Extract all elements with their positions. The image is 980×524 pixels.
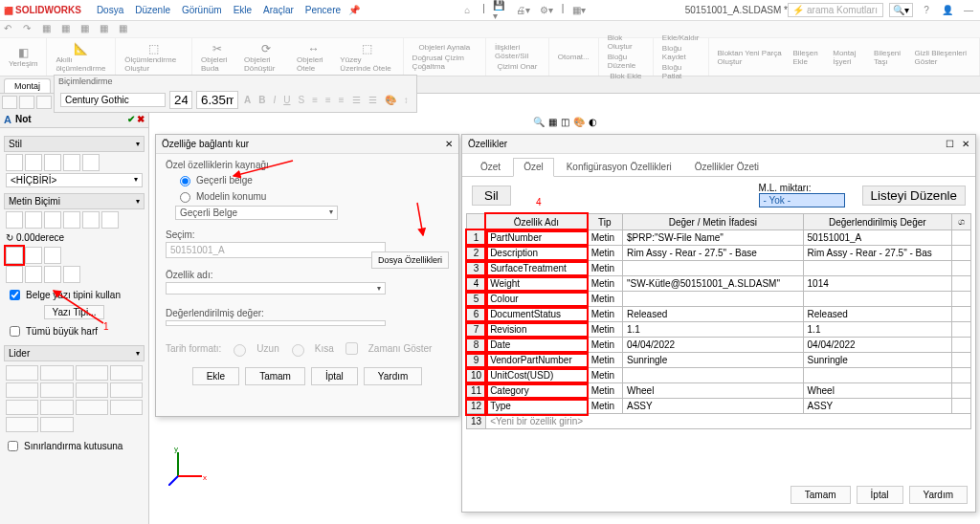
align-btn[interactable] (25, 211, 42, 229)
ribbon-btn[interactable]: Bileşen Ekle (790, 48, 826, 67)
table-row[interactable]: 12TypeMetinASSYASSY (467, 399, 971, 414)
tab-custom[interactable]: Özel (513, 158, 554, 177)
font-size-input[interactable] (169, 91, 192, 109)
menu-file[interactable]: Dosya (91, 5, 129, 15)
style-btn[interactable] (25, 154, 42, 171)
menu-insert[interactable]: Ekle (228, 5, 257, 15)
ribbon-btn[interactable]: Bileşeni Taşı (871, 48, 907, 67)
save-icon[interactable]: 💾▾ (493, 3, 508, 18)
leader-btn[interactable] (76, 400, 108, 415)
table-cell[interactable]: Type (486, 399, 588, 414)
table-cell[interactable]: Metin (587, 307, 622, 322)
ribbon-btn[interactable]: İlişkileri Göster/Sil (492, 42, 543, 61)
view-triad[interactable]: y x (168, 448, 207, 486)
table-cell[interactable]: Sunringle (623, 353, 804, 368)
table-cell[interactable]: 4 (467, 276, 486, 292)
ribbon-btn[interactable]: Montaj İşyeri (830, 48, 867, 67)
ruler-icon[interactable]: ↕ (402, 95, 411, 105)
col-property-name[interactable]: Özellik Adı (486, 214, 588, 230)
model-location-radio[interactable] (180, 192, 190, 203)
table-cell[interactable]: Metin (587, 368, 622, 383)
table-cell[interactable] (952, 261, 971, 276)
leader-btn[interactable] (76, 382, 108, 398)
table-cell[interactable]: $PRP:"SW-File Name" (623, 230, 804, 246)
table-cell[interactable] (623, 261, 804, 276)
bbox-checkbox[interactable] (8, 441, 18, 451)
leader-btn[interactable] (6, 365, 38, 381)
accept-icon[interactable]: ✔ (127, 114, 135, 124)
table-cell[interactable]: Metin (587, 276, 622, 292)
ribbon-btn[interactable]: Gizli Bileşenleri Göster (911, 48, 973, 67)
minimize-icon[interactable]: — (961, 3, 976, 18)
print-icon[interactable]: 🖨▾ (516, 3, 531, 18)
table-cell[interactable]: 3 (467, 261, 486, 276)
table-cell[interactable]: ASSY (623, 399, 804, 414)
table-cell[interactable]: <Yeni bir özellik girin> (486, 414, 971, 429)
style-dropdown[interactable]: <HİÇBİRİ> (6, 173, 143, 187)
table-cell[interactable] (623, 368, 804, 383)
leader-btn[interactable] (6, 400, 38, 415)
table-cell[interactable] (952, 338, 971, 353)
fmt-btn[interactable] (25, 247, 42, 264)
table-row[interactable]: 9VendorPartNumberMetinSunringleSunringle (467, 353, 971, 368)
table-cell[interactable]: Released (803, 307, 951, 322)
table-cell[interactable] (952, 230, 971, 246)
undo-icon[interactable]: ↶ (4, 23, 17, 36)
add-button[interactable]: Ekle (192, 367, 239, 385)
table-cell[interactable]: DocumentStatus (486, 307, 588, 322)
use-doc-font-checkbox[interactable] (10, 290, 20, 300)
table-cell[interactable]: 6 (467, 307, 486, 322)
table-cell[interactable]: Metin (587, 399, 622, 414)
italic-icon[interactable]: I (271, 95, 278, 105)
ribbon-btn[interactable]: Bloğu Patlat (659, 62, 702, 81)
col-link[interactable]: ශ (952, 214, 971, 230)
fmt-btn[interactable] (63, 266, 80, 283)
feature-tree-icon[interactable] (2, 96, 17, 109)
table-row[interactable]: 6DocumentStatusMetinReleasedReleased (467, 307, 971, 322)
list-icon[interactable]: ☰ (350, 95, 363, 105)
table-cell[interactable]: Metin (587, 383, 622, 399)
table-cell[interactable]: 11 (467, 383, 486, 399)
view-icon[interactable]: 🎨 (573, 117, 585, 127)
ribbon-btn[interactable]: ↔Objeleri Ötele (294, 41, 333, 74)
view-icon[interactable]: ◫ (561, 117, 569, 127)
table-cell[interactable] (952, 399, 971, 414)
table-cell[interactable]: ASSY (803, 399, 951, 414)
bold-icon[interactable]: A (242, 95, 253, 105)
delete-button[interactable]: Sil (472, 186, 511, 206)
table-cell[interactable]: 1.1 (803, 322, 951, 338)
help-button[interactable]: Yardım (364, 367, 423, 385)
ribbon-btn[interactable]: Blok Ekle (607, 71, 644, 81)
leader-btn[interactable] (6, 417, 38, 432)
ribbon-btn[interactable]: Objeleri Aynala (415, 42, 473, 53)
table-cell[interactable]: Metin (587, 322, 622, 338)
table-row[interactable]: 11CategoryMetinWheelWheel (467, 383, 971, 399)
align-right-icon[interactable]: ≡ (337, 95, 346, 105)
file-properties-button[interactable]: Dosya Özellikleri (371, 251, 449, 269)
doc-dropdown[interactable]: Geçerli Belge (175, 206, 338, 220)
table-cell[interactable] (952, 246, 971, 261)
table-cell[interactable]: 12 (467, 399, 486, 414)
section-text-format[interactable]: Metin Biçimi (4, 193, 145, 209)
underline-icon[interactable]: U (281, 95, 292, 105)
strike-icon[interactable]: S (296, 95, 306, 105)
tab-summary[interactable]: Özet (470, 158, 511, 176)
table-row[interactable]: 1PartNumberMetin$PRP:"SW-File Name"50151… (467, 230, 971, 246)
ribbon-btn[interactable]: Bloktan Yeni Parça Oluştur (715, 48, 787, 67)
table-cell[interactable]: Wheel (803, 383, 951, 399)
leader-btn[interactable] (40, 400, 73, 415)
table-cell[interactable]: Rim Assy - Rear - 27.5" - Bas (803, 246, 951, 261)
table-cell[interactable]: UnitCost(USD) (486, 368, 588, 383)
table-cell[interactable]: 1014 (803, 276, 951, 292)
close-icon[interactable]: ✖ (137, 114, 145, 124)
table-cell[interactable]: Sunringle (803, 353, 951, 368)
table-cell[interactable] (952, 383, 971, 399)
edit-list-button[interactable]: Listeyi Düzenle (862, 186, 966, 206)
style-btn[interactable] (82, 154, 100, 171)
tab-assembly[interactable]: Montaj (4, 78, 51, 93)
ribbon-btn[interactable]: ⬚Yüzey Üzerinde Ötele (337, 41, 396, 74)
align-btn[interactable] (63, 211, 80, 229)
user-icon[interactable]: 👤 (940, 3, 955, 18)
table-cell[interactable]: PartNumber (486, 230, 588, 246)
table-cell[interactable]: 9 (467, 353, 486, 368)
